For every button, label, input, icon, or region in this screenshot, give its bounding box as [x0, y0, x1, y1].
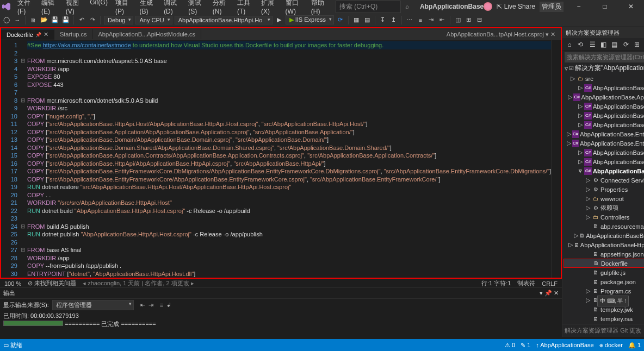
tree-item[interactable]: ▷C#AbpApplicationBase.HttpApi [564, 148, 644, 157]
output-wrap-icon[interactable]: ↲ [166, 302, 171, 309]
solution-search[interactable]: 搜索解决方案资源管理器(Ctrl+;)⌕ ▾ [565, 52, 644, 62]
tree-item[interactable]: ▷🗀wwwroot [564, 194, 644, 203]
tree-item[interactable]: ▷🗎AbpApplicationBaseBrandingProvider.cs [564, 231, 644, 240]
notifications[interactable]: 🔔 1 [628, 342, 641, 349]
output-clear-icon[interactable]: ≡ [160, 302, 163, 308]
solution-node[interactable]: ▿☑解决方案"AbpApplicationBase"(15 个项目, 共 15 … [562, 64, 644, 73]
tree-item[interactable]: 🗎gulpfile.js [564, 268, 644, 277]
se-tool-4[interactable]: ⟳ [621, 40, 631, 49]
indent-mode[interactable]: 制表符 [517, 279, 535, 287]
global-search[interactable]: 搜索 (Ctrl+Q) [336, 1, 401, 13]
tree-item[interactable]: ▷C#AbpApplicationBase.Domain [564, 111, 644, 120]
close-button[interactable]: ✕ [620, 3, 642, 10]
tree-item[interactable]: 🗎package.json [564, 277, 644, 286]
tool-icon-10[interactable]: ⊞ [465, 16, 473, 24]
tree-item[interactable]: 🗎Dockerfile [564, 259, 644, 268]
tool-icon-1[interactable]: ▦ [352, 16, 361, 24]
tool-icon-7[interactable]: ⇥ [427, 16, 436, 24]
code-editor[interactable]: 1234567891011121314151617181920212223242… [1, 40, 561, 278]
tree-item[interactable]: 🗎tempkey.rsa [564, 314, 644, 323]
tree-item[interactable]: ▷⚙Connected Services [564, 175, 644, 185]
run-target-dropdown[interactable]: ▶ IIS Express [286, 15, 334, 24]
branch-indicator[interactable]: ↑ AbpApplicationBase [536, 342, 593, 348]
maximize-button[interactable]: □ [594, 3, 616, 10]
tree-item[interactable]: ▷C#AbpApplicationBase.DbMigrator [564, 102, 644, 111]
zoom-level[interactable]: 100 % [4, 280, 21, 287]
nav-back-icon[interactable]: ◯ [2, 16, 11, 24]
menu-item[interactable]: 分析(N) [209, 0, 233, 16]
output-tool-2[interactable]: ⇥ [148, 302, 153, 309]
tool-icon-5[interactable]: ⋯ [405, 16, 414, 24]
se-tool-1[interactable]: ☰ [587, 40, 597, 49]
tree-item[interactable]: ▷⚙Properties [564, 185, 644, 194]
menu-item[interactable]: 项目(P) [112, 0, 135, 16]
sync-icon[interactable]: ⟲ [575, 40, 585, 49]
err-count[interactable]: ✎ 1 [521, 342, 530, 349]
tree-item[interactable]: 🗎appsettings.json [564, 249, 644, 259]
startup-project-dropdown[interactable]: AbpApplicationBase.HttpApi.Ho [175, 16, 273, 24]
new-file-icon[interactable]: 🗎 [29, 16, 38, 24]
warn-count[interactable]: ⚠ 0 [505, 342, 515, 349]
tree-item[interactable]: ▷🗎AbpApplicationBaseHttpApiHostModule.cs [564, 240, 644, 249]
tree-item[interactable]: ▷C#AbpApplicationBase.Application.Contra… [564, 92, 644, 102]
menu-item[interactable]: 调试(D) [160, 0, 184, 16]
save-icon[interactable]: 💾 [51, 16, 59, 24]
menu-item[interactable]: 文件(F) [14, 0, 37, 16]
issues-indicator[interactable]: ⊘ 未找到相关问题 [28, 279, 76, 287]
tree-item[interactable]: ▷🗎Program.cs [564, 286, 644, 296]
undo-icon[interactable]: ↶ [77, 16, 86, 24]
platform-dropdown[interactable]: Any CPU [135, 16, 172, 24]
tree-item[interactable]: ▷C#AbpApplicationBase.Application [564, 83, 644, 92]
menu-item[interactable]: 测试(S) [185, 0, 208, 16]
menu-item[interactable]: 视图(V) [63, 0, 86, 16]
menu-item[interactable]: Git(G) [86, 0, 111, 16]
editor-tab[interactable]: AbpApplicationB...ApiHostModule.cs [92, 29, 201, 39]
avatar[interactable] [484, 2, 492, 11]
redo-icon[interactable]: ↷ [88, 16, 97, 24]
output-tool-1[interactable]: ⇤ [140, 302, 145, 309]
tree-item[interactable]: ▷🗀src [564, 74, 644, 83]
tree-item[interactable]: ▷C#AbpApplicationBase.EntityFrameworkCor… [564, 129, 644, 139]
menu-item[interactable]: 窗口(W) [282, 0, 307, 16]
tool-icon-4[interactable]: ↥ [389, 16, 398, 24]
menu-item[interactable]: 扩展(X) [258, 0, 281, 16]
editor-tab[interactable]: Startup.cs [54, 29, 93, 39]
eol-mode[interactable]: CRLF [542, 280, 558, 287]
ime-indicator[interactable]: 中 ⌨, 半 ⁝ [597, 296, 629, 306]
tree-item[interactable]: ▷C#AbpApplicationBase.EntityFrameworkCor… [564, 139, 644, 148]
play-icon[interactable]: ▶ [275, 16, 283, 24]
tree-item[interactable]: ▷C#AbpApplicationBase.Domain.Shared [564, 120, 644, 129]
menu-item[interactable]: 生成(B) [137, 0, 160, 16]
project-context[interactable]: AbpApplicationBa...tpApi.Host.csproj ▾ ✕ [441, 29, 561, 40]
save-all-icon[interactable]: 💾 [61, 16, 70, 24]
home-icon[interactable]: ⌂ [565, 40, 574, 49]
tree-item[interactable]: ▷⚙依赖项 [564, 203, 644, 212]
tool-icon-2[interactable]: ▤ [363, 16, 371, 24]
tree-item[interactable]: 🗎abp.resourcemapping.js [564, 222, 644, 231]
se-tool-2[interactable]: ◧ [598, 40, 608, 49]
tool-icon-11[interactable]: ⊟ [475, 16, 484, 24]
menu-item[interactable]: 工具(T) [234, 0, 257, 16]
open-icon[interactable]: 📂 [40, 16, 48, 24]
git-changes-tab[interactable]: 解决方案资源管理器 Git 更改 [562, 324, 644, 337]
tree-item[interactable]: ▿C#AbpApplicationBase.HttpApi.Host [564, 166, 644, 175]
config-dropdown[interactable]: Debug [104, 16, 133, 24]
live-share-button[interactable]: ⇱ Live Share [497, 3, 535, 10]
nav-fwd-icon[interactable]: → [13, 16, 22, 24]
tree-item[interactable]: ▷C#AbpApplicationBase.HttpApi.Client [564, 157, 644, 166]
minimap[interactable] [551, 40, 561, 278]
output-source-dropdown[interactable]: 程序包管理器 [52, 300, 134, 310]
minimize-button[interactable]: − [568, 3, 590, 10]
refresh-icon[interactable]: ⟳ [336, 16, 345, 24]
tool-icon-6[interactable]: ≡ [416, 16, 425, 24]
tool-icon-8[interactable]: ⇤ [438, 16, 447, 24]
se-tool-3[interactable]: ▤ [609, 40, 619, 49]
menu-item[interactable]: 编辑(E) [38, 0, 61, 16]
tool-icon-9[interactable]: ◫ [454, 16, 462, 24]
editor-tab[interactable]: Dockerfile 📌 ✕ [1, 29, 54, 40]
tree-item[interactable]: ▷🗀Controllers [564, 212, 644, 222]
search-submit-icon[interactable]: ⌕ [405, 3, 409, 10]
menu-item[interactable]: 帮助(H) [308, 0, 331, 16]
tool-icon-3[interactable]: ↧ [379, 16, 387, 24]
docker-indicator[interactable]: ⎈ docker [599, 342, 623, 348]
